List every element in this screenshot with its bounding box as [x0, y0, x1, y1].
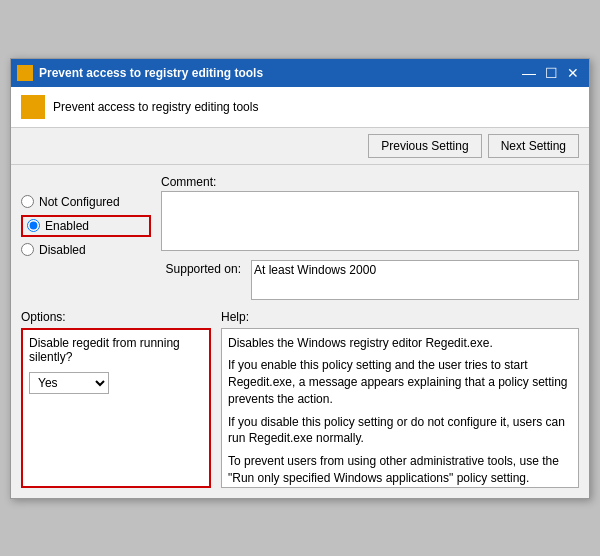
radio-group: Not Configured Enabled Disabled — [21, 175, 151, 300]
help-label: Help: — [221, 310, 579, 324]
not-configured-radio[interactable] — [21, 195, 34, 208]
help-paragraph-1: Disables the Windows registry editor Reg… — [228, 335, 572, 352]
close-button[interactable]: ✕ — [563, 63, 583, 83]
options-panel: Options: Disable regedit from running si… — [21, 310, 211, 488]
title-bar: Prevent access to registry editing tools… — [11, 59, 589, 87]
dialog-icon — [21, 95, 45, 119]
maximize-button[interactable]: ☐ — [541, 63, 561, 83]
options-select[interactable]: Yes No — [29, 372, 109, 394]
supported-section: Supported on: — [161, 260, 579, 300]
options-label: Options: — [21, 310, 211, 324]
minimize-button[interactable]: — — [519, 63, 539, 83]
supported-label: Supported on: — [161, 260, 241, 276]
supported-textarea — [251, 260, 579, 300]
top-section: Not Configured Enabled Disabled Comment:… — [21, 175, 579, 300]
comment-section: Comment: Supported on: — [161, 175, 579, 300]
not-configured-label: Not Configured — [39, 195, 120, 209]
comment-textarea[interactable] — [161, 191, 579, 251]
toolbar: Previous Setting Next Setting — [11, 128, 589, 165]
comment-label: Comment: — [161, 175, 579, 189]
next-setting-button[interactable]: Next Setting — [488, 134, 579, 158]
help-box: Disables the Windows registry editor Reg… — [221, 328, 579, 488]
window-controls: — ☐ ✕ — [519, 63, 583, 83]
disabled-label: Disabled — [39, 243, 86, 257]
content-area: Not Configured Enabled Disabled Comment:… — [11, 165, 589, 498]
enabled-label: Enabled — [45, 219, 89, 233]
help-panel: Help: Disables the Windows registry edit… — [221, 310, 579, 488]
disabled-radio[interactable] — [21, 243, 34, 256]
options-box: Disable regedit from running silently? Y… — [21, 328, 211, 488]
window-title: Prevent access to registry editing tools — [39, 66, 263, 80]
help-paragraph-3: If you disable this policy setting or do… — [228, 414, 572, 448]
enabled-option[interactable]: Enabled — [21, 215, 151, 237]
options-question: Disable regedit from running silently? — [29, 336, 203, 364]
dialog-header: Prevent access to registry editing tools — [11, 87, 589, 128]
enabled-radio[interactable] — [27, 219, 40, 232]
title-icon — [17, 65, 33, 81]
disabled-option[interactable]: Disabled — [21, 243, 151, 257]
not-configured-option[interactable]: Not Configured — [21, 195, 151, 209]
previous-setting-button[interactable]: Previous Setting — [368, 134, 481, 158]
help-paragraph-2: If you enable this policy setting and th… — [228, 357, 572, 407]
bottom-section: Options: Disable regedit from running si… — [21, 310, 579, 488]
dialog-header-title: Prevent access to registry editing tools — [53, 100, 258, 114]
help-paragraph-4: To prevent users from using other admini… — [228, 453, 572, 487]
main-window: Prevent access to registry editing tools… — [10, 58, 590, 499]
